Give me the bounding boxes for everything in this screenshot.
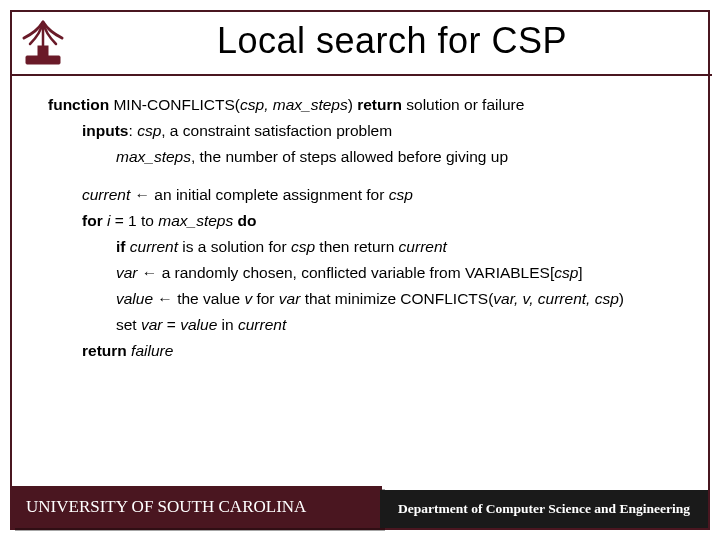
footer-department: Department of Computer Science and Engin… <box>380 490 708 528</box>
footer-department-text: Department of Computer Science and Engin… <box>398 501 690 517</box>
university-logo-icon <box>16 16 70 70</box>
footer-university: UNIVERSITY OF SOUTH CAROLINA <box>12 486 382 528</box>
algo-line-for: for i = 1 to max_steps do <box>48 210 688 232</box>
algo-inputs-1: inputs: csp, a constraint satisfaction p… <box>48 120 688 142</box>
title-divider <box>12 74 712 76</box>
algo-line-var: var ← a randomly chosen, conflicted vari… <box>48 262 688 284</box>
svg-rect-1 <box>38 46 48 56</box>
algo-signature: function MIN-CONFLICTS(csp, max_steps) r… <box>48 94 688 116</box>
svg-rect-0 <box>26 56 60 64</box>
footer-university-text: UNIVERSITY OF SOUTH CAROLINA <box>26 497 306 517</box>
title-area: Local search for CSP <box>82 20 702 62</box>
slide-title: Local search for CSP <box>82 20 702 62</box>
algo-line-set: set var = value in current <box>48 314 688 336</box>
algo-line-value: value ← the value v for var that minimiz… <box>48 288 688 310</box>
algorithm-body: function MIN-CONFLICTS(csp, max_steps) r… <box>48 94 688 366</box>
algo-line-if: if current is a solution for csp then re… <box>48 236 688 258</box>
algo-line-return: return failure <box>48 340 688 362</box>
algo-inputs-2: max_steps, the number of steps allowed b… <box>48 146 688 168</box>
slide-frame: Local search for CSP function MIN-CONFLI… <box>10 10 710 530</box>
algo-line-current: current ← an initial complete assignment… <box>48 184 688 206</box>
